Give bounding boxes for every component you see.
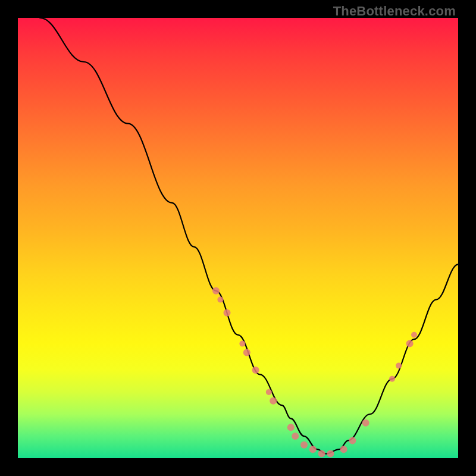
data-marker [239, 341, 245, 347]
data-marker [287, 424, 295, 431]
marker-group [212, 287, 417, 458]
data-marker [217, 297, 223, 303]
curve-svg [18, 18, 458, 458]
data-marker [300, 441, 308, 449]
data-marker [309, 446, 317, 453]
data-marker [340, 446, 347, 453]
bottleneck-curve [40, 18, 458, 454]
data-marker [411, 332, 417, 338]
data-marker [406, 340, 414, 347]
data-marker [292, 433, 299, 440]
data-marker [318, 450, 325, 458]
plot-area [18, 18, 458, 458]
data-marker [212, 287, 220, 295]
data-marker [266, 389, 272, 395]
data-marker [389, 376, 395, 382]
data-marker [362, 419, 369, 427]
data-marker [224, 309, 231, 317]
data-marker [396, 363, 402, 369]
data-marker [252, 367, 259, 374]
watermark-text: TheBottleneck.com [333, 4, 456, 19]
chart-frame: TheBottleneck.com [0, 0, 476, 476]
data-marker [270, 397, 277, 405]
data-marker [243, 349, 250, 356]
data-marker [327, 450, 334, 458]
data-marker [349, 437, 356, 444]
